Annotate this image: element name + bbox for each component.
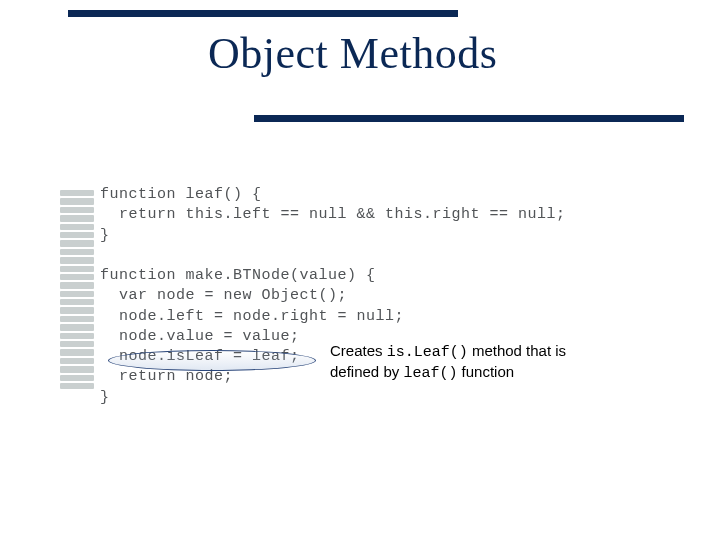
callout-code-1: is.Leaf() [387, 344, 468, 361]
slide: Object Methods function leaf() { return … [0, 0, 720, 540]
code-line: var node = new Object(); [100, 287, 347, 304]
code-line: } [100, 227, 110, 244]
code-line: } [100, 389, 110, 406]
slide-title: Object Methods [208, 28, 497, 79]
code-line: function leaf() { [100, 186, 262, 203]
callout-code-2: leaf() [403, 365, 457, 382]
code-line: node.left = node.right = null; [100, 308, 404, 325]
callout-text: Creates is.Leaf() method that is defined… [330, 342, 600, 384]
code-line: function make.BTNode(value) { [100, 267, 376, 284]
bottom-rule [254, 115, 684, 122]
notebook-binding [60, 190, 94, 391]
callout-text-3: function [457, 363, 514, 380]
top-rule [68, 10, 458, 17]
highlight-ellipse [108, 350, 316, 371]
code-line: return this.left == null && this.right =… [100, 206, 566, 223]
code-line: node.value = value; [100, 328, 300, 345]
callout-text-1: Creates [330, 342, 387, 359]
